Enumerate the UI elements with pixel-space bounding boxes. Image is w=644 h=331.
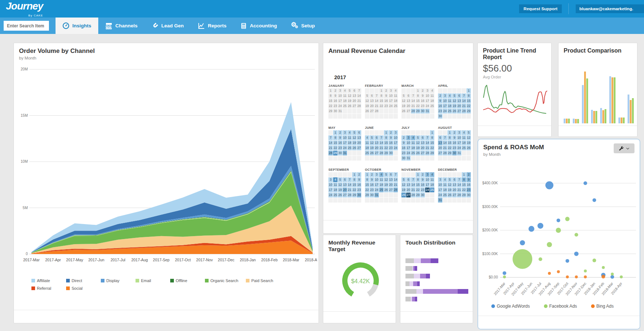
- calendar-day[interactable]: 11: [462, 135, 466, 140]
- calendar-day[interactable]: 31: [338, 109, 342, 113]
- bubble-google-adwords[interactable]: [557, 219, 560, 222]
- calendar-day[interactable]: 23: [370, 188, 374, 192]
- tab-setup[interactable]: ⚙⚙Setup: [284, 18, 322, 34]
- bubble-facebook-ads[interactable]: [512, 249, 532, 269]
- calendar-day[interactable]: 4: [443, 177, 447, 182]
- calendar-day[interactable]: 7: [393, 172, 398, 177]
- calendar-day[interactable]: 29: [352, 193, 357, 197]
- bubble-facebook-ads[interactable]: [602, 266, 605, 269]
- calendar-day[interactable]: 15: [352, 182, 357, 187]
- bubble-facebook-ads[interactable]: [611, 273, 614, 276]
- calendar-day[interactable]: 29: [462, 193, 466, 197]
- calendar-day[interactable]: 31: [406, 156, 411, 161]
- calendar-day[interactable]: 27: [406, 193, 411, 197]
- calendar-day[interactable]: 24: [457, 146, 461, 150]
- calendar-day[interactable]: 9: [420, 93, 425, 98]
- calendar-day[interactable]: 22: [430, 146, 434, 150]
- bubble-google-adwords[interactable]: [537, 223, 543, 229]
- calendar-day[interactable]: 4: [411, 135, 415, 140]
- calendar-day[interactable]: 5: [338, 177, 342, 182]
- calendar-day[interactable]: 30: [466, 193, 471, 197]
- bar[interactable]: [566, 119, 568, 124]
- calendar-day[interactable]: 14: [357, 93, 361, 98]
- calendar-day[interactable]: 9: [466, 177, 471, 182]
- calendar-day[interactable]: 30: [333, 109, 338, 113]
- legend-item-referral[interactable]: Referral: [31, 286, 66, 290]
- calendar-day[interactable]: 17: [374, 182, 379, 187]
- calendar-day[interactable]: 22: [352, 188, 357, 192]
- calendar-day[interactable]: 9: [357, 177, 361, 182]
- calendar-day[interactable]: 22: [384, 146, 388, 150]
- calendar-day[interactable]: 23: [420, 104, 425, 108]
- calendar-day[interactable]: 19: [466, 141, 471, 145]
- calendar-day[interactable]: 25: [462, 146, 466, 150]
- calendar-day[interactable]: 16: [357, 182, 361, 187]
- calendar-day[interactable]: 25: [379, 188, 384, 192]
- calendar-day[interactable]: 6: [357, 130, 361, 135]
- calendar-day[interactable]: 3: [457, 130, 461, 135]
- calendar-day[interactable]: 30: [452, 151, 457, 155]
- calendar-day[interactable]: 24: [443, 109, 447, 113]
- calendar-day[interactable]: 21: [411, 188, 415, 192]
- calendar-day[interactable]: 2: [389, 130, 393, 135]
- calendar-day[interactable]: 5: [352, 130, 357, 135]
- calendar-day[interactable]: 25: [443, 193, 447, 197]
- calendar-day[interactable]: 8: [384, 135, 388, 140]
- calendar-day[interactable]: 16: [452, 141, 457, 145]
- calendar-day[interactable]: 8: [447, 135, 452, 140]
- calendar-day[interactable]: 13: [343, 182, 347, 187]
- calendar-day[interactable]: 4: [365, 135, 369, 140]
- calendar-day[interactable]: 3: [425, 88, 430, 93]
- calendar-day[interactable]: 3: [338, 88, 342, 93]
- calendar-day[interactable]: 27: [357, 146, 361, 150]
- calendar-day[interactable]: 11: [443, 182, 447, 187]
- calendar-day[interactable]: 11: [343, 93, 347, 98]
- bubble-facebook-ads[interactable]: [592, 259, 596, 262]
- calendar-day[interactable]: 11: [333, 182, 338, 187]
- calendar-day[interactable]: 1: [384, 130, 388, 135]
- calendar-day[interactable]: 15: [416, 99, 420, 103]
- calendar-day[interactable]: 6: [374, 135, 379, 140]
- user-account-button[interactable]: bluankaw@cakemarketing.: [576, 4, 644, 13]
- calendar-day[interactable]: 1: [352, 172, 357, 177]
- calendar-day[interactable]: 29: [328, 109, 333, 113]
- bubble-google-adwords[interactable]: [592, 198, 596, 202]
- bubble-bing-ads[interactable]: [557, 270, 560, 273]
- calendar-day[interactable]: 13: [357, 135, 361, 140]
- touch-bar[interactable]: [405, 297, 470, 301]
- legend-item-paid-search[interactable]: Paid Search: [246, 278, 287, 283]
- calendar-day[interactable]: 22: [416, 188, 420, 192]
- calendar-day[interactable]: 19: [401, 104, 406, 108]
- calendar-day[interactable]: 19: [447, 188, 452, 192]
- calendar-day[interactable]: 16: [370, 182, 374, 187]
- calendar-day[interactable]: 6: [452, 177, 457, 182]
- calendar-day[interactable]: 17: [343, 141, 347, 145]
- calendar-day[interactable]: 21: [357, 99, 361, 103]
- bar[interactable]: [595, 111, 597, 124]
- calendar-day[interactable]: 20: [370, 104, 374, 108]
- tab-accounting[interactable]: Accounting: [233, 18, 284, 34]
- legend-item-email[interactable]: Email: [136, 278, 170, 283]
- calendar-day[interactable]: 1: [328, 88, 333, 93]
- calendar-day[interactable]: 12: [365, 99, 369, 103]
- calendar-day[interactable]: 8: [352, 177, 357, 182]
- calendar-day[interactable]: 9: [333, 93, 338, 98]
- calendar-day[interactable]: 29: [365, 193, 369, 197]
- calendar-day[interactable]: 4: [379, 172, 384, 177]
- calendar-day[interactable]: 23: [401, 151, 406, 155]
- bar[interactable]: [605, 109, 606, 123]
- calendar-day[interactable]: 28: [457, 193, 461, 197]
- calendar-day[interactable]: 24: [393, 146, 398, 150]
- calendar-day[interactable]: 2: [357, 172, 361, 177]
- calendar-day[interactable]: 7: [347, 177, 352, 182]
- calendar-day[interactable]: 24: [389, 104, 393, 108]
- calendar-day[interactable]: 10: [425, 177, 430, 182]
- calendar-day[interactable]: 23: [389, 146, 393, 150]
- bubble-google-adwords[interactable]: [545, 181, 553, 189]
- legend-item-affiliate[interactable]: Affiliate: [31, 278, 66, 283]
- calendar-day[interactable]: 20: [343, 188, 347, 192]
- bar[interactable]: [611, 77, 613, 123]
- calendar-day[interactable]: 5: [401, 93, 406, 98]
- calendar-day[interactable]: 16: [438, 104, 442, 108]
- calendar-day[interactable]: 3: [406, 135, 411, 140]
